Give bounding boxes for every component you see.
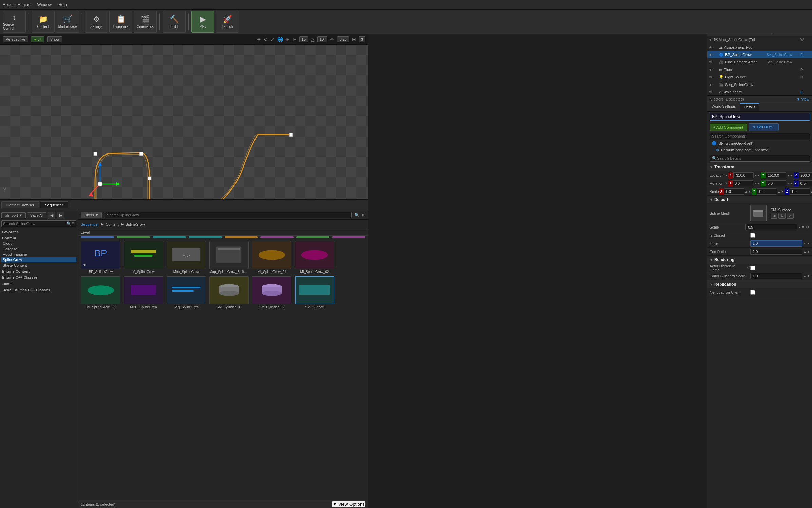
outliner-row-map[interactable]: 👁 🗺 Map_SplineGrow (Edi W bbox=[707, 36, 812, 43]
save-all-button[interactable]: Save All bbox=[27, 212, 47, 218]
world-settings-tab[interactable]: World Settings bbox=[707, 103, 740, 111]
view-options-icon[interactable]: ⊞ bbox=[71, 221, 75, 226]
camera-speed-value[interactable]: 0.25 bbox=[337, 36, 349, 42]
outliner-row-bp[interactable]: 👁 🔵 BP_SplineGrow Seq_SplineGrow E bbox=[707, 51, 812, 58]
location-dropdown-arrow[interactable]: ▼ bbox=[725, 174, 728, 177]
nav-forward-button[interactable]: ▶ bbox=[57, 212, 64, 219]
rotation-y-up[interactable]: ▲ bbox=[787, 182, 790, 185]
layer-value[interactable]: 3 bbox=[359, 36, 365, 42]
cb-search-bar[interactable]: 🔍 ⊞ bbox=[1, 220, 76, 227]
blueprints-button[interactable]: 📋 Blueprints bbox=[109, 11, 132, 33]
billboard-scale-down[interactable]: ▼ bbox=[807, 274, 810, 278]
rotation-x-up[interactable]: ▲ bbox=[754, 182, 757, 185]
launch-button[interactable]: 🚀 Launch bbox=[216, 11, 239, 33]
outliner-row-floor[interactable]: 👁 ▭ Floor D bbox=[707, 66, 812, 73]
spline-mesh-browse-btn[interactable]: ◀ bbox=[771, 213, 777, 219]
marketplace-button[interactable]: 🛒 Marketplace bbox=[56, 11, 79, 33]
snap-icon[interactable]: ⊞ bbox=[286, 37, 290, 42]
angle-snap-icon[interactable]: △ bbox=[311, 37, 315, 42]
cb-search-input[interactable] bbox=[3, 222, 66, 226]
billboard-scale-input[interactable] bbox=[750, 273, 802, 279]
path-splinegrow[interactable]: SplineGrow bbox=[126, 222, 145, 226]
location-x-up[interactable]: ▲ bbox=[754, 174, 757, 177]
rotation-y-input[interactable] bbox=[766, 180, 786, 186]
scale-field-input[interactable] bbox=[745, 224, 797, 230]
component-item-root[interactable]: ⊕ DefaultSceneRoot (Inherited) bbox=[707, 147, 812, 153]
time-down[interactable]: ▼ bbox=[807, 242, 810, 245]
details-tab[interactable]: Details bbox=[740, 103, 759, 111]
asset-item-ml1[interactable]: MI_SplineGrow_01 bbox=[252, 241, 292, 274]
scale-x-up[interactable]: ▲ bbox=[745, 190, 748, 193]
content-button[interactable]: 📁 Content bbox=[32, 11, 55, 33]
source-control-button[interactable]: ↕ Source Control bbox=[3, 11, 26, 33]
location-y-up[interactable]: ▲ bbox=[787, 174, 790, 177]
spline-mesh-refresh-btn[interactable]: ↻ bbox=[778, 213, 786, 219]
time-input[interactable] bbox=[750, 240, 802, 247]
add-component-button[interactable]: + Add Component bbox=[710, 124, 747, 131]
location-z-input[interactable] bbox=[799, 172, 812, 178]
location-y-input[interactable] bbox=[766, 172, 786, 178]
transform-section-header[interactable]: ▼ Transform bbox=[707, 163, 812, 171]
replication-section-header[interactable]: ▼ Replication bbox=[707, 280, 812, 288]
cinematics-button[interactable]: 🎬 Cinematics bbox=[134, 11, 157, 33]
scale-icon[interactable]: ⤢ bbox=[270, 37, 275, 42]
billboard-scale-up[interactable]: ▲ bbox=[803, 274, 806, 278]
edit-blueprint-button[interactable]: ✎ Edit Blue... bbox=[749, 123, 778, 131]
path-content[interactable]: Content bbox=[106, 222, 119, 226]
grid-size-icon[interactable]: ⊟ bbox=[292, 37, 297, 42]
rotation-y-down[interactable]: ▼ bbox=[790, 182, 793, 185]
outliner-row-fog[interactable]: 👁 ☁ Atmospheric Fog bbox=[707, 43, 812, 51]
cb-filter-options-icon[interactable]: ⊞ bbox=[362, 213, 365, 217]
asset-item-bp[interactable]: BP★BP_SplineGrow bbox=[81, 241, 121, 274]
spline-mesh-clear-btn[interactable]: ✕ bbox=[787, 213, 794, 219]
asset-item-cyl1[interactable]: SM_Cylinder_01 bbox=[209, 276, 249, 309]
asset-item-mapdata[interactable]: Map_SplineGrow_BuiltData bbox=[209, 241, 249, 274]
actor-hidden-checkbox[interactable] bbox=[750, 266, 755, 270]
location-x-down[interactable]: ▼ bbox=[757, 174, 760, 177]
is-closed-checkbox[interactable] bbox=[750, 233, 755, 238]
menu-window[interactable]: Window bbox=[37, 2, 52, 7]
rotation-dropdown-arrow[interactable]: ▼ bbox=[725, 182, 728, 185]
asset-item-map[interactable]: MAPMap_SplineGrow bbox=[166, 241, 206, 274]
outliner-row-seqactor[interactable]: 👁 🎬 Seq_SplineGrow bbox=[707, 81, 812, 88]
layers-icon[interactable]: ⊞ bbox=[352, 37, 356, 42]
cb-item-starter[interactable]: StarterContent bbox=[1, 262, 76, 268]
nav-back-button[interactable]: ◀ bbox=[48, 212, 55, 219]
outliner-row-camera[interactable]: 👁 🎥 Cine Camera Actor Seq_SplineGrow bbox=[707, 58, 812, 66]
end-ratio-up[interactable]: ▲ bbox=[803, 250, 806, 253]
tab-sequencer[interactable]: Sequencer bbox=[40, 201, 68, 208]
search-details-input[interactable] bbox=[717, 156, 808, 160]
tab-content-browser[interactable]: Content Browser bbox=[1, 201, 39, 208]
cb-item-houdini[interactable]: HoudiniEngine bbox=[1, 252, 76, 257]
search-components-input[interactable] bbox=[712, 134, 808, 138]
menu-houdini[interactable]: Houdini Engine bbox=[3, 2, 30, 7]
net-load-checkbox[interactable] bbox=[750, 290, 755, 295]
default-section-header[interactable]: ▼ Default bbox=[707, 196, 812, 204]
scale-field-up[interactable]: ▲ bbox=[798, 225, 801, 229]
asset-item-seq[interactable]: Seq_SplineGrow bbox=[166, 276, 206, 309]
world-icon[interactable]: 🌐 bbox=[277, 37, 283, 42]
asset-item-surface[interactable]: SM_Surface bbox=[295, 276, 335, 309]
play-button[interactable]: ▶ Play bbox=[191, 11, 214, 33]
rotation-z-input[interactable] bbox=[799, 180, 812, 186]
asset-item-ml3[interactable]: MI_SplineGrow_03 bbox=[81, 276, 121, 309]
time-up[interactable]: ▲ bbox=[803, 242, 806, 245]
show-button[interactable]: Show bbox=[47, 36, 63, 42]
settings-button[interactable]: ⚙ Settings bbox=[85, 11, 108, 33]
component-item-self[interactable]: 🔵 BP_SplineGrow(self) bbox=[707, 140, 812, 147]
cb-item-collapse[interactable]: Collapse bbox=[1, 246, 76, 252]
import-button[interactable]: ↓/Import ▼ bbox=[1, 212, 26, 218]
filters-button[interactable]: Filters ▼ bbox=[81, 212, 102, 218]
actor-name-input[interactable] bbox=[710, 113, 810, 121]
rotation-x-input[interactable] bbox=[733, 180, 753, 186]
asset-item-cyl2[interactable]: SM_Cylinder_02 bbox=[252, 276, 292, 309]
outliner-row-sky-sphere[interactable]: 👁 ○ Sky Sphere E bbox=[707, 88, 812, 95]
asset-item-mpc[interactable]: MPC_SplineGrow bbox=[124, 276, 164, 309]
scale-y-input[interactable] bbox=[757, 188, 777, 195]
end-ratio-down[interactable]: ▼ bbox=[807, 250, 810, 253]
scale-y-down[interactable]: ▼ bbox=[781, 190, 784, 193]
snap-angle-value[interactable]: 10° bbox=[317, 36, 328, 42]
asset-item-material[interactable]: M_SplineGrow bbox=[124, 241, 164, 274]
grid-size-value[interactable]: 10 bbox=[299, 36, 308, 42]
menu-help[interactable]: Help bbox=[58, 2, 67, 7]
